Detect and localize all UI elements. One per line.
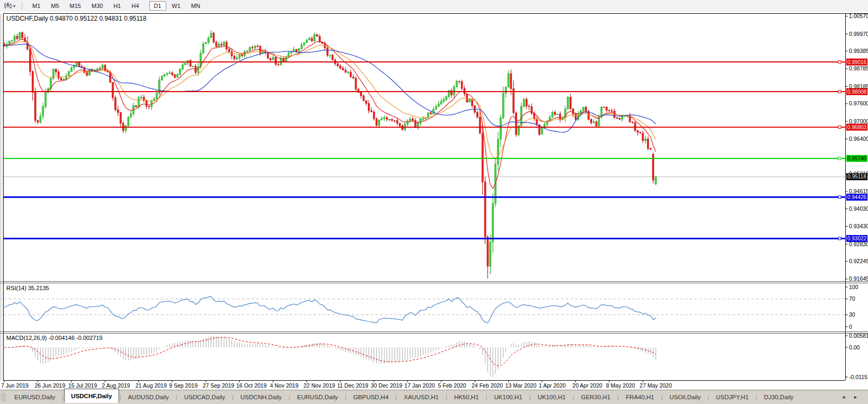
price-axis-tick: 0.92245 [849,258,868,264]
symbol-tabbar: EURUSD,Daily|USDCHF,Daily|AUDUSD,Daily|U… [0,390,868,404]
date-label: 2 Aug 2019 [102,382,130,389]
price-axis-tick: 0.93430 [849,223,868,229]
line-handle-marker[interactable] [838,61,841,64]
date-label: 7 Jun 2019 [1,382,29,389]
level-price-box-label: 0.93022 [847,236,867,241]
date-label: 13 Mar 2020 [505,382,537,389]
macd-axis-tick: 0.005818 [849,333,868,339]
price-axis-tick: 0.99385 [849,48,868,54]
date-label: 30 Dec 2019 [371,382,403,389]
date-label: 15 Jul 2019 [68,382,97,389]
date-label: 24 Feb 2020 [472,382,503,389]
price-axis-tick: 0.99970 [849,31,868,37]
timeframe-button-m30[interactable]: M30 [87,1,107,11]
toolbar-grip[interactable] [21,2,23,10]
symbol-tab-14[interactable]: USDJPY,H1 [710,391,755,403]
rsi-axis-tick: 100 [849,284,858,290]
symbol-tab-10[interactable]: UK100,H1 [531,391,572,403]
symbol-tab-5[interactable]: EURUSD,Daily [291,391,344,403]
symbol-tab-6[interactable]: GBPUSD,H4 [347,391,395,403]
date-label: 4 Nov 2019 [270,382,299,389]
date-label: 26 Jun 2019 [35,382,66,389]
macd-axis-tick: -0.011514 [849,374,868,380]
symbol-tab-9[interactable]: UK100,H1 [488,391,529,403]
date-label: 8 May 2020 [606,382,635,389]
chevron-down-icon: ▾ [13,4,15,8]
date-label: 5 Feb 2020 [438,382,466,389]
price-axis-tick: 0.94030 [849,205,868,212]
price-axis-tick: 0.91645 [849,275,868,282]
date-label: 20 Apr 2020 [573,382,603,389]
line-handle-marker[interactable] [838,91,841,93]
date-label: 16 Oct 2019 [237,382,267,389]
date-label: 27 Sep 2019 [203,382,234,389]
date-label: 17 Jan 2020 [404,382,435,389]
chart-title-ohlc: USDCHF,Daily 0.94870 0.95122 0.94831 0.9… [6,15,147,22]
timeframe-button-d1[interactable]: D1 [149,1,166,11]
candlestick-glyph [4,2,12,10]
price-axis-tick: 0.94615 [849,188,868,194]
chart-area[interactable]: 1.005700.999700.993850.987850.981850.976… [0,12,868,390]
tab-scroll-arrows: ◄► [837,394,868,400]
timeframe-button-m15[interactable]: M15 [65,1,86,11]
line-handle-marker[interactable] [838,237,841,240]
current-price-box-label: 0.95118 [847,174,866,179]
level-price-box-label: 0.95740 [847,156,867,161]
macd-label: MACD(12,26,9) -0.004146 -0.002719 [6,335,103,341]
macd-axis-tick: 0.00 [849,344,860,351]
symbol-tab-3[interactable]: USDCAD,Daily [178,391,231,403]
timeframe-button-m1[interactable]: M1 [28,1,45,11]
date-label: 1 Apr 2020 [539,382,566,389]
line-handle-marker[interactable] [838,157,841,160]
level-price-box-label: 0.98008 [847,89,867,95]
trading-terminal-window: ▾ M1M5M15M30H1H4D1W1MN 1.005700.999700.9… [0,0,868,404]
date-label: 11 Dec 2019 [337,382,368,389]
rsi-label: RSI(14) 35.2135 [6,285,49,291]
price-axis-tick: 1.00570 [849,13,868,19]
symbol-tab-13[interactable]: USOil,Daily [663,391,707,403]
price-axis-tick: 0.96400 [849,136,868,142]
symbol-tab-2[interactable]: AUDUSD,Daily [122,391,175,403]
date-label: 27 May 2020 [640,382,672,389]
line-handle-marker[interactable] [838,196,841,199]
date-label: 9 Sep 2019 [169,382,198,389]
timeframe-button-m5[interactable]: M5 [46,1,64,11]
price-axis-tick: 0.98785 [849,65,868,71]
line-handle-marker[interactable] [838,126,841,129]
level-price-box-label: 0.99016 [847,59,867,65]
symbol-tab-4[interactable]: USDCNH,Daily [234,391,288,403]
symbol-tab-11[interactable]: GER30,H1 [575,391,617,403]
symbol-tab-1[interactable]: USDCHF,Daily [64,389,119,403]
symbol-tab-12[interactable]: FRA40,H1 [619,391,661,403]
timeframe-toolbar: ▾ M1M5M15M30H1H4D1W1MN [0,0,868,12]
candlestick-chart-icon[interactable]: ▾ [2,2,17,10]
symbol-tabs: EURUSD,Daily|USDCHF,Daily|AUDUSD,Daily|U… [8,391,800,403]
rsi-axis-tick: 30 [849,311,855,318]
level-price-box-label: 0.94426 [847,194,867,200]
tab-scroll-right-icon[interactable]: ► [849,394,862,400]
symbol-tab-8[interactable]: HK50,H1 [448,391,485,403]
symbol-tab-7[interactable]: XAUUSD,H1 [397,391,445,403]
date-label: 22 Nov 2019 [304,382,336,389]
symbol-tab-0[interactable]: EURUSD,Daily [8,391,61,403]
date-label: 21 Aug 2019 [135,382,167,389]
level-price-box-label: 0.96803 [847,124,867,130]
timeframe-button-h4[interactable]: H4 [126,1,143,11]
tabbar-grip[interactable] [2,393,5,401]
timeframe-buttons: M1M5M15M30H1H4D1W1MN [27,3,210,9]
timeframe-button-w1[interactable]: W1 [167,1,186,11]
timeframe-button-h1[interactable]: H1 [108,1,125,11]
rsi-axis-tick: 0 [849,324,852,330]
price-axis-tick: 0.97600 [849,100,868,106]
price-axis-tick: 0.97000 [849,118,868,124]
tab-scroll-left-icon[interactable]: ◄ [837,394,849,400]
timeframe-button-mn[interactable]: MN [186,1,205,11]
rsi-axis-tick: 70 [849,295,855,302]
symbol-tab-15[interactable]: DJ30,Daily [758,391,800,403]
